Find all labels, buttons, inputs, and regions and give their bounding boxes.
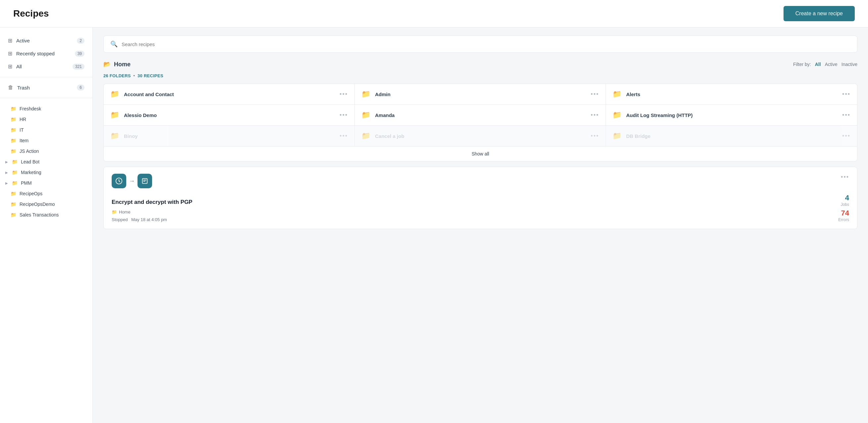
folder-icon: 📁 [10,127,16,132]
sidebar-folder-recipeops-demo[interactable]: 📁 RecipeOpsDemo [0,199,92,210]
folder-icon: 📁 [10,106,16,111]
folder-menu-button[interactable]: ••• [842,112,850,119]
folder-label: JS Action [20,149,39,154]
sidebar-item-trash[interactable]: 🗑 Trash 6 [0,81,92,94]
filter-active[interactable]: Active [825,62,838,67]
folder-label: HR [20,117,26,122]
sidebar-folder-hr[interactable]: 📁 HR [0,114,92,125]
folder-card-name: Amanda [375,112,395,118]
home-folder-icon: 📂 [103,61,111,68]
location-folder-icon: 📁 [112,210,117,214]
folder-card-db-bridge[interactable]: 📁 DB Bridge ••• [606,126,857,146]
filter-inactive[interactable]: Inactive [841,62,858,67]
jobs-label: Jobs [838,202,849,207]
folder-icon: 📁 [10,191,16,196]
sidebar-folder-recipeops[interactable]: 📁 RecipeOps [0,188,92,199]
folder-card-name: Binoy [124,133,138,139]
sidebar-folder-list: 📁 Freshdesk 📁 HR 📁 IT 📁 Item 📁 JS Actio [0,102,92,221]
search-bar: 🔍 [103,35,858,53]
sidebar-folder-it[interactable]: 📁 IT [0,125,92,135]
folder-icon: 📁 [10,212,16,217]
folder-menu-button[interactable]: ••• [591,91,599,98]
folder-menu-button[interactable]: ••• [340,91,348,98]
chevron-right-icon: ▶ [5,160,8,164]
recipe-stats: 4 Jobs 74 Errors [838,193,849,222]
recipe-menu-button[interactable]: ••• [841,174,849,181]
folder-row-1: 📁 Account and Contact ••• 📁 Admin ••• 📁 [104,84,857,105]
folder-menu-button[interactable]: ••• [591,112,599,119]
folder-card-name: DB Bridge [626,133,650,139]
folder-label: Freshdesk [20,106,41,111]
folder-row-2: 📁 Alessio Demo ••• 📁 Amanda ••• 📁 Aud [104,105,857,126]
status-date: May 18 at 4:05 pm [131,217,167,222]
create-recipe-button[interactable]: Create a new recipe [783,6,855,21]
active-badge: 2 [77,38,85,44]
folder-label: Marketing [21,170,41,175]
folder-card-name: Cancel a job [375,133,404,139]
show-all-button[interactable]: Show all [103,146,858,161]
header: Recipes Create a new recipe [0,0,868,28]
stats-row: 26 FOLDERS • 30 RECIPES [103,73,858,78]
folder-card-icon: 📁 [362,90,370,98]
folder-card-name: Admin [375,91,391,97]
section-header: 📂 Home Filter by: All Active Inactive [103,61,858,68]
sidebar-folder-item[interactable]: 📁 Item [0,135,92,146]
table-icon: ⊞ [8,37,12,44]
sidebar-trash-section: 🗑 Trash 6 [0,81,92,98]
folder-menu-button[interactable]: ••• [340,132,348,140]
home-title: Home [114,61,130,68]
sidebar-folder-lead-bot[interactable]: ▶ 📁 Lead Bot [0,156,92,167]
folder-card-alessio-demo[interactable]: 📁 Alessio Demo ••• [104,105,355,125]
search-icon: 🔍 [110,40,118,48]
folder-icon: 📁 [12,159,18,164]
folder-card-icon: 📁 [613,111,621,119]
page-title: Recipes [13,8,49,19]
folder-card-binoy[interactable]: 📁 Binoy ••• [104,126,355,146]
folder-card-account-contact[interactable]: 📁 Account and Contact ••• [104,84,355,104]
recipe-location: Home [119,210,130,214]
folder-card-cancel-job[interactable]: 📁 Cancel a job ••• [355,126,606,146]
folder-card-name: Audit Log Streaming (HTTP) [626,112,693,118]
recipe-status: Stopped May 18 at 4:05 pm [112,217,192,222]
sidebar-folder-sales-transactions[interactable]: 📁 Sales Transactions [0,210,92,220]
folder-menu-button[interactable]: ••• [340,112,348,119]
folder-icon: 📁 [10,202,16,207]
folder-menu-button[interactable]: ••• [591,132,599,140]
folder-card-audit-log[interactable]: 📁 Audit Log Streaming (HTTP) ••• [606,105,857,125]
recipe-title: Encrypt and decrypt with PGP [112,199,192,206]
sidebar-folder-pmm[interactable]: ▶ 📁 PMM [0,178,92,188]
recently-stopped-badge: 39 [75,51,85,57]
sidebar-item-recently-stopped[interactable]: ⊞ Recently stopped 39 [0,47,92,60]
sidebar-item-active[interactable]: ⊞ Active 2 [0,34,92,47]
folder-label: Sales Transactions [20,212,59,217]
table-icon-3: ⊞ [8,63,12,70]
folder-card-alerts[interactable]: 📁 Alerts ••• [606,84,857,104]
folder-card-admin[interactable]: 📁 Admin ••• [355,84,606,104]
folder-card-name: Alessio Demo [124,112,157,118]
folder-icon: 📁 [10,138,16,143]
folder-menu-button[interactable]: ••• [842,91,850,98]
filter-label: Filter by: [793,62,811,67]
sidebar-item-all[interactable]: ⊞ All 321 [0,60,92,73]
filter-all[interactable]: All [815,62,821,67]
folder-row-3: 📁 Binoy ••• 📁 Cancel a job ••• 📁 DB B [104,126,857,146]
sidebar-folder-freshdesk[interactable]: 📁 Freshdesk [0,103,92,114]
jobs-count: 4 [838,193,849,202]
folder-card-name: Alerts [626,91,641,97]
folder-label: Item [20,138,29,143]
trash-icon: 🗑 [8,85,13,91]
sidebar-folder-js-action[interactable]: 📁 JS Action [0,146,92,156]
folder-card-icon: 📁 [110,131,119,140]
sidebar-trash-label: Trash [17,85,30,91]
folder-card-amanda[interactable]: 📁 Amanda ••• [355,105,606,125]
folder-icon: 📁 [10,149,16,154]
folder-card-icon: 📁 [362,131,370,140]
folder-menu-button[interactable]: ••• [842,132,850,140]
sidebar-folder-marketing[interactable]: ▶ 📁 Marketing [0,167,92,178]
search-input[interactable] [122,41,850,47]
folder-label: IT [20,127,24,132]
all-badge: 321 [72,64,85,70]
folder-card-name: Account and Contact [124,91,174,97]
folder-card-icon: 📁 [613,131,621,140]
folder-card-icon: 📁 [362,111,370,119]
